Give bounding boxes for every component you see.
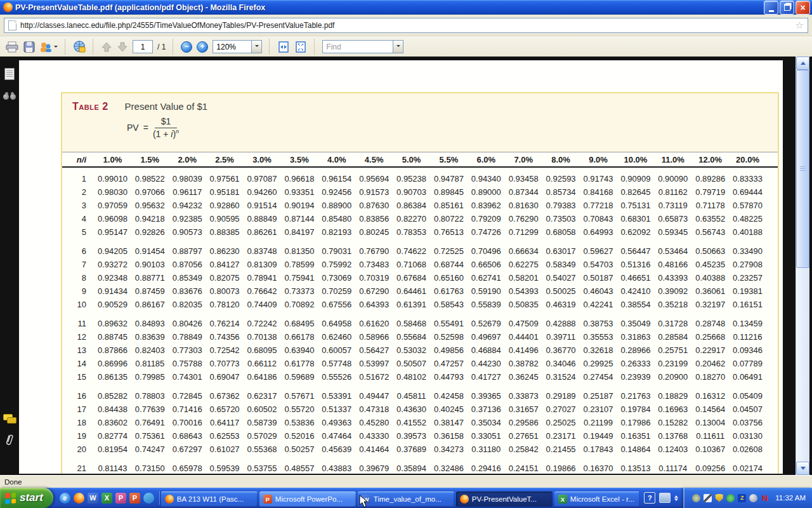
powerpoint-icon[interactable] [129, 493, 140, 504]
taskbar-button[interactable]: Time_value_of_mo... [358, 491, 454, 507]
zoom-out-button[interactable]: − [181, 41, 192, 53]
pv-value: 0.39365 [468, 391, 505, 401]
restore-button[interactable] [780, 1, 794, 15]
bookmark-star-icon[interactable]: ☆ [796, 20, 804, 31]
next-page-button[interactable] [117, 41, 128, 53]
print-button[interactable] [5, 41, 19, 53]
pv-value: 0.77639 [131, 404, 169, 414]
comments-icon[interactable] [3, 414, 16, 424]
messenger-icon[interactable] [143, 493, 154, 504]
previous-page-button[interactable] [101, 41, 112, 53]
taskbar-button[interactable]: BA 213 W11 (Pasc... [161, 491, 258, 507]
pv-value: 0.50187 [580, 273, 617, 283]
taskbar-button[interactable]: PV-PresentValueT... [456, 491, 553, 507]
pv-value: 0.35894 [393, 464, 430, 473]
minimize-button[interactable] [764, 1, 778, 15]
period-label: 11 [62, 319, 94, 328]
desktop-icon[interactable] [659, 493, 671, 503]
ie-icon[interactable] [60, 493, 70, 504]
firefox-icon [165, 495, 174, 504]
table-row: 30.970590.956320.942320.928600.915140.90… [62, 199, 778, 212]
pv-value: 0.66506 [468, 260, 505, 269]
save-button[interactable] [23, 41, 35, 53]
page-up-icon [101, 41, 112, 53]
word-icon[interactable] [88, 493, 98, 504]
pv-value: 0.68744 [430, 260, 468, 269]
pv-value: 0.13513 [617, 464, 654, 473]
pv-value: 0.70016 [169, 418, 206, 427]
pv-value: 0.61620 [355, 319, 393, 328]
pv-value: 0.87144 [280, 214, 318, 224]
firefox-icon[interactable] [74, 493, 84, 504]
close-button[interactable]: × [796, 1, 810, 15]
page-count-label: / 1 [157, 43, 166, 51]
pv-value: 0.64461 [393, 286, 430, 296]
vertical-scrollbar[interactable] [796, 57, 809, 475]
page-number-input[interactable] [133, 40, 153, 53]
pv-value: 0.86167 [131, 300, 169, 309]
scroll-down-button[interactable] [796, 462, 809, 475]
period-label: 21 [62, 464, 94, 473]
pv-value: 0.76790 [355, 246, 393, 256]
norton-icon[interactable] [761, 494, 769, 502]
pages-panel-icon[interactable] [4, 68, 15, 80]
zoom-in-button[interactable]: + [197, 41, 208, 53]
security-shield-icon[interactable] [715, 494, 723, 502]
zoom-level-select[interactable]: 120% [213, 40, 252, 53]
table-row: 110.896320.848930.804260.762140.722420.6… [62, 317, 778, 330]
pv-value: 0.83748 [244, 246, 281, 256]
chevron-expand-icon[interactable] [674, 493, 678, 503]
pv-value: 0.03756 [729, 418, 766, 427]
excel-icon[interactable] [102, 493, 112, 504]
taskbar-button[interactable]: Microsoft Excel - r... [554, 491, 639, 507]
globe-icon[interactable] [749, 494, 757, 502]
scroll-up-button[interactable] [796, 57, 809, 70]
pv-value: 0.46319 [542, 300, 580, 309]
fit-width-button[interactable] [277, 41, 290, 53]
quick-launch [60, 493, 154, 504]
pdf-viewer: Table 2 Present Value of $1 PV = $1 (1 +… [0, 57, 812, 475]
antivirus-icon[interactable] [726, 494, 735, 502]
save-icon [23, 41, 35, 53]
pv-value: 0.70773 [206, 359, 244, 368]
pv-value: 0.81630 [505, 201, 542, 210]
pv-value: 0.23257 [729, 273, 766, 283]
attachments-paperclip-icon[interactable] [4, 433, 15, 450]
taskbar-button[interactable]: Microsoft PowerPo... [259, 491, 356, 507]
pv-value: 0.70259 [318, 286, 355, 296]
search-binoculars-icon[interactable] [3, 91, 16, 100]
start-button[interactable]: start [0, 488, 53, 508]
messenger-icon[interactable] [692, 494, 700, 502]
pv-value: 0.64117 [206, 418, 244, 427]
pv-value: 0.90573 [169, 227, 206, 237]
pv-value: 0.81185 [131, 359, 169, 368]
open-in-browser-button[interactable] [73, 41, 86, 53]
zoom-dropdown-button[interactable] [252, 40, 262, 53]
column-header: 11.0% [654, 155, 691, 164]
pv-value: 0.11611 [691, 431, 729, 441]
fit-page-button[interactable] [294, 41, 307, 53]
find-input[interactable] [322, 40, 393, 53]
address-input[interactable]: http://classes.lanecc.edu/file.php/24555… [4, 18, 808, 33]
pv-value: 0.27908 [729, 260, 766, 269]
pv-value: 0.62092 [617, 227, 654, 237]
pv-value: 0.72525 [430, 246, 468, 256]
column-header: 6.0% [468, 155, 505, 164]
publisher-icon[interactable] [115, 493, 126, 504]
column-header: 5.5% [430, 155, 468, 164]
pv-value: 0.29925 [580, 359, 617, 368]
zonealarm-icon[interactable] [738, 494, 746, 502]
find-dropdown-button[interactable] [393, 40, 403, 53]
table-row: 10.990100.985220.980390.975610.970870.96… [62, 172, 778, 185]
pv-value: 0.97561 [206, 174, 244, 184]
help-icon[interactable]: ? [644, 492, 655, 504]
taskbar-button-label: Microsoft Excel - r... [570, 495, 634, 503]
pv-value: 0.72242 [244, 319, 281, 328]
pv-value: 0.49447 [355, 391, 393, 401]
pv-value: 0.21763 [617, 391, 654, 401]
email-button[interactable] [39, 41, 58, 53]
network-icon[interactable] [704, 494, 712, 502]
scrollbar-thumb[interactable] [796, 70, 809, 268]
table-corner-label: n/i [62, 155, 94, 164]
pv-value: 0.21455 [542, 444, 580, 454]
